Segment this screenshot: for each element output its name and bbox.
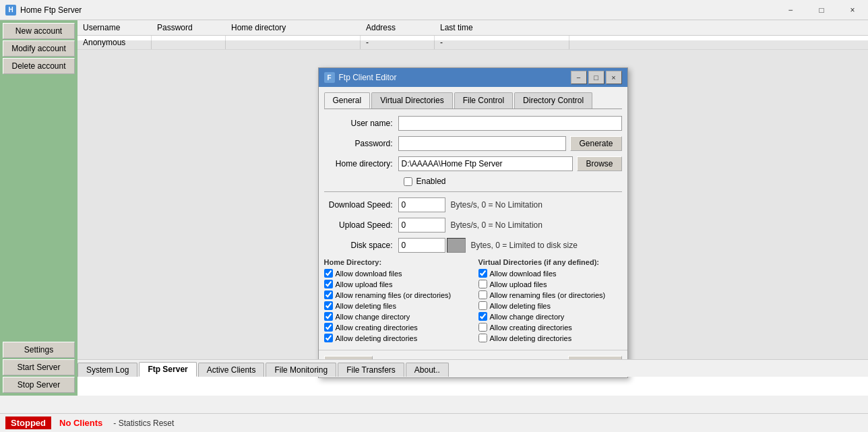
username-input[interactable] bbox=[398, 116, 622, 131]
modify-account-button[interactable]: Modify account bbox=[3, 40, 75, 57]
status-stopped: Stopped bbox=[5, 416, 51, 429]
upload-speed-unit: Bytes/s, 0 = No Limitation bbox=[451, 220, 542, 230]
close-button[interactable]: × bbox=[837, 0, 868, 20]
download-speed-row: Download Speed: Bytes/s, 0 = No Limitati… bbox=[324, 197, 622, 212]
perm-home-upload: Allow upload files bbox=[324, 280, 468, 288]
username-row: User name: bbox=[324, 116, 622, 131]
download-speed-label: Download Speed: bbox=[324, 200, 398, 210]
tab-general[interactable]: General bbox=[324, 92, 371, 109]
status-bar: Stopped No Clients - Statistics Reset bbox=[0, 413, 868, 432]
perm-home-mkdir: Allow creating directories bbox=[324, 323, 468, 332]
generate-button[interactable]: Generate bbox=[570, 136, 621, 151]
perm-home-rename: Allow renaming files (or directories) bbox=[324, 290, 468, 299]
perm-home-chdir: Allow change directory bbox=[324, 312, 468, 321]
perm-virt-rmdir-checkbox[interactable] bbox=[478, 334, 487, 342]
permissions-area: Home Directory: Allow download files All… bbox=[324, 258, 622, 344]
perm-home-download: Allow download files bbox=[324, 269, 468, 278]
disk-space-input[interactable] bbox=[398, 238, 445, 253]
perm-virt-delete: Allow deleting files bbox=[478, 301, 622, 310]
tab-directory-control[interactable]: Directory Control bbox=[514, 92, 592, 109]
settings-button[interactable]: Settings bbox=[3, 342, 75, 358]
disk-space-unit: Bytes, 0 = Limited to disk size bbox=[471, 241, 578, 250]
perm-virt-delete-checkbox[interactable] bbox=[478, 301, 487, 310]
col-header-homedir: Home directory bbox=[226, 22, 361, 34]
tab-about[interactable]: About.. bbox=[406, 363, 449, 377]
perm-virt-download: Allow download files bbox=[478, 269, 622, 278]
enabled-checkbox[interactable] bbox=[404, 177, 412, 186]
homedir-row: Home directory: Browse bbox=[324, 156, 622, 171]
disk-space-label: Disk space: bbox=[324, 241, 398, 250]
perm-home-mkdir-checkbox[interactable] bbox=[324, 323, 333, 332]
col-header-lasttime: Last time bbox=[435, 22, 569, 34]
perm-virt-mkdir-checkbox[interactable] bbox=[478, 323, 487, 332]
tab-file-control[interactable]: File Control bbox=[454, 92, 513, 109]
perm-home-rmdir-checkbox[interactable] bbox=[324, 334, 333, 342]
browse-button[interactable]: Browse bbox=[577, 156, 621, 171]
dialog-content: General Virtual Directories File Control… bbox=[319, 87, 627, 350]
password-input[interactable] bbox=[398, 136, 567, 151]
start-server-button[interactable]: Start Server bbox=[3, 359, 75, 375]
sidebar: New account Modify account Delete accoun… bbox=[0, 20, 78, 396]
password-label: Password: bbox=[324, 139, 398, 148]
upload-speed-input[interactable] bbox=[398, 218, 445, 233]
tab-ftp-server[interactable]: Ftp Server bbox=[139, 362, 196, 377]
perm-home-download-checkbox[interactable] bbox=[324, 269, 333, 278]
dialog-title: Ftp Client Editor bbox=[339, 73, 571, 82]
dialog-titlebar: F Ftp Client Editor − □ × bbox=[319, 68, 627, 87]
maximize-button[interactable]: □ bbox=[806, 0, 837, 20]
status-text: - Statistics Reset bbox=[113, 419, 174, 428]
virtual-perm-col: Virtual Directories (if any defined): Al… bbox=[478, 258, 622, 344]
dialog-close-button[interactable]: × bbox=[606, 71, 622, 84]
dialog-tabs: General Virtual Directories File Control… bbox=[324, 92, 622, 109]
delete-account-button[interactable]: Delete account bbox=[3, 58, 75, 74]
window-controls: − □ × bbox=[775, 0, 868, 20]
perm-virt-rename: Allow renaming files (or directories) bbox=[478, 290, 622, 299]
tab-active-clients[interactable]: Active Clients bbox=[198, 363, 265, 377]
tab-system-log[interactable]: System Log bbox=[78, 363, 137, 377]
homedir-label: Home directory: bbox=[324, 159, 398, 168]
new-account-button[interactable]: New account bbox=[3, 23, 75, 39]
col-header-username: Username bbox=[78, 22, 152, 34]
perm-home-delete: Allow deleting files bbox=[324, 301, 468, 310]
perm-columns: Home Directory: Allow download files All… bbox=[324, 258, 622, 344]
perm-home-rename-checkbox[interactable] bbox=[324, 290, 333, 299]
perm-virt-upload: Allow upload files bbox=[478, 280, 622, 288]
content-area: Username Password Home directory Address… bbox=[78, 20, 868, 396]
enabled-row: Enabled bbox=[404, 177, 622, 186]
perm-home-delete-checkbox[interactable] bbox=[324, 301, 333, 310]
perm-home-upload-checkbox[interactable] bbox=[324, 280, 333, 288]
title-bar: H Home Ftp Server − □ × bbox=[0, 0, 868, 20]
upload-speed-row: Upload Speed: Bytes/s, 0 = No Limitation bbox=[324, 218, 622, 233]
homedir-input[interactable] bbox=[398, 156, 574, 171]
perm-virt-chdir-checkbox[interactable] bbox=[478, 312, 487, 321]
upload-speed-label: Upload Speed: bbox=[324, 220, 398, 230]
tab-file-monitoring[interactable]: File Monitoring bbox=[266, 363, 336, 377]
stop-server-button[interactable]: Stop Server bbox=[3, 377, 75, 393]
modal-overlay: F Ftp Client Editor − □ × General Virtua… bbox=[78, 40, 868, 377]
enabled-label: Enabled bbox=[416, 177, 446, 186]
dialog-controls: − □ × bbox=[571, 71, 622, 84]
perm-virt-mkdir: Allow creating directories bbox=[478, 323, 622, 332]
home-perm-col: Home Directory: Allow download files All… bbox=[324, 258, 468, 344]
app-title: Home Ftp Server bbox=[20, 5, 82, 15]
dialog-maximize-button[interactable]: □ bbox=[588, 71, 604, 84]
password-row: Password: Generate bbox=[324, 136, 622, 151]
col-header-address: Address bbox=[361, 22, 435, 34]
tab-virtual-directories[interactable]: Virtual Directories bbox=[371, 92, 452, 109]
perm-home-chdir-checkbox[interactable] bbox=[324, 312, 333, 321]
perm-virt-download-checkbox[interactable] bbox=[478, 269, 487, 278]
dialog-icon: F bbox=[324, 72, 335, 83]
dialog-minimize-button[interactable]: − bbox=[571, 71, 587, 84]
main-layout: New account Modify account Delete accoun… bbox=[0, 20, 868, 396]
virtual-perm-title: Virtual Directories (if any defined): bbox=[478, 258, 622, 266]
perm-virt-upload-checkbox[interactable] bbox=[478, 280, 487, 288]
perm-virt-rmdir: Allow deleting directories bbox=[478, 334, 622, 342]
app-icon: H bbox=[5, 5, 16, 16]
tab-file-transfers[interactable]: File Transfers bbox=[338, 363, 404, 377]
download-speed-input[interactable] bbox=[398, 197, 445, 212]
perm-virt-rename-checkbox[interactable] bbox=[478, 290, 487, 299]
bottom-tabs: System Log Ftp Server Active Clients Fil… bbox=[78, 359, 868, 377]
minimize-button[interactable]: − bbox=[775, 0, 806, 20]
username-label: User name: bbox=[324, 119, 398, 128]
perm-home-rmdir: Allow deleting directories bbox=[324, 334, 468, 342]
